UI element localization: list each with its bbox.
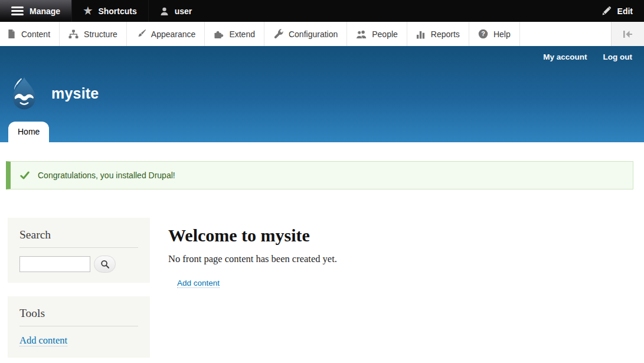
sidebar-add-content-link[interactable]: Add content <box>19 335 67 346</box>
edit-button[interactable]: Edit <box>590 0 644 22</box>
page-title: Welcome to mysite <box>168 225 337 246</box>
toolbar-orientation-toggle[interactable] <box>611 22 644 46</box>
question-icon: ? <box>478 29 488 39</box>
toolbar-tab-extend[interactable]: Extend <box>205 22 264 46</box>
manage-tab[interactable]: Manage <box>0 0 71 22</box>
toolbar-tab-label: Extend <box>229 30 255 39</box>
star-icon: ★ <box>83 6 92 16</box>
search-input[interactable] <box>19 256 90 272</box>
menu-icon <box>11 6 24 16</box>
toolbar-tab-appearance[interactable]: Appearance <box>127 22 205 46</box>
search-block-title: Search <box>19 225 138 248</box>
site-branding: mysite <box>7 76 99 110</box>
empty-frontpage-text: No front page content has been created y… <box>168 253 337 265</box>
layout-columns: Search Tools Add <box>0 218 644 363</box>
checkmark-icon <box>20 171 30 179</box>
tools-block: Tools Add content <box>8 296 150 358</box>
user-account-tab[interactable]: user <box>148 0 204 22</box>
wrench-icon <box>273 29 283 39</box>
collapse-left-icon <box>622 30 633 38</box>
manage-label: Manage <box>30 6 60 16</box>
toolbar-tab-configuration[interactable]: Configuration <box>264 22 347 46</box>
shortcuts-label: Shortcuts <box>98 6 136 16</box>
toolbar-tab-label: Configuration <box>289 30 338 39</box>
toolbar-tab-label: Appearance <box>151 30 196 39</box>
site-name[interactable]: mysite <box>51 85 99 102</box>
admin-toolbar-left: Manage ★ Shortcuts user <box>0 0 203 22</box>
tab-home[interactable]: Home <box>8 122 49 142</box>
edit-label: Edit <box>617 6 633 16</box>
page-content: Congratulations, you installed Drupal! S… <box>0 161 644 363</box>
site-header: My account Log out mysite Home <box>0 46 644 142</box>
pencil-icon <box>601 6 612 16</box>
toolbar-tab-reports[interactable]: Reports <box>407 22 469 46</box>
shortcuts-tab[interactable]: ★ Shortcuts <box>71 0 148 22</box>
svg-text:?: ? <box>481 30 485 37</box>
toolbar-spacer <box>520 22 611 46</box>
sidebar-first: Search Tools Add <box>8 218 150 363</box>
drupal-site-page: { "admin_bar": { "manage": { "label": "M… <box>0 0 644 363</box>
status-message-text: Congratulations, you installed Drupal! <box>38 171 175 180</box>
search-block: Search <box>8 218 150 283</box>
toolbar-tab-help[interactable]: ? Help <box>469 22 520 46</box>
toolbar-tab-content[interactable]: Content <box>0 22 60 46</box>
my-account-link[interactable]: My account <box>543 53 587 61</box>
toolbar-tab-label: Content <box>21 30 50 39</box>
people-icon <box>356 30 367 39</box>
toolbar-tab-label: Help <box>493 30 511 39</box>
search-form <box>19 256 138 273</box>
log-out-link[interactable]: Log out <box>603 53 632 61</box>
admin-toolbar-bar: Manage ★ Shortcuts user <box>0 0 644 22</box>
paintbrush-icon <box>136 29 146 39</box>
sitemap-icon <box>68 30 79 39</box>
search-icon <box>100 260 110 269</box>
status-message: Congratulations, you installed Drupal! <box>6 161 633 189</box>
admin-toolbar-right: Edit <box>590 0 644 22</box>
document-icon <box>7 29 16 39</box>
add-content-link[interactable]: Add content <box>177 279 220 288</box>
drupal-logo[interactable] <box>7 76 41 110</box>
toolbar-tab-people[interactable]: People <box>347 22 407 46</box>
user-label: user <box>175 6 192 16</box>
toolbar-tab-structure[interactable]: Structure <box>60 22 127 46</box>
puzzle-icon <box>214 30 224 39</box>
bar-chart-icon <box>416 30 426 39</box>
admin-toolbar-tray: Content Structure Appearance <box>0 22 644 46</box>
tools-block-title: Tools <box>19 303 138 326</box>
toolbar-tab-label: People <box>372 30 398 39</box>
toolbar-tab-label: Structure <box>84 30 117 39</box>
search-submit-button[interactable] <box>94 256 116 273</box>
toolbar-tab-label: Reports <box>431 30 460 39</box>
main-content: Welcome to mysite No front page content … <box>168 218 337 288</box>
user-icon <box>160 6 169 16</box>
secondary-menu: My account Log out <box>543 53 632 61</box>
